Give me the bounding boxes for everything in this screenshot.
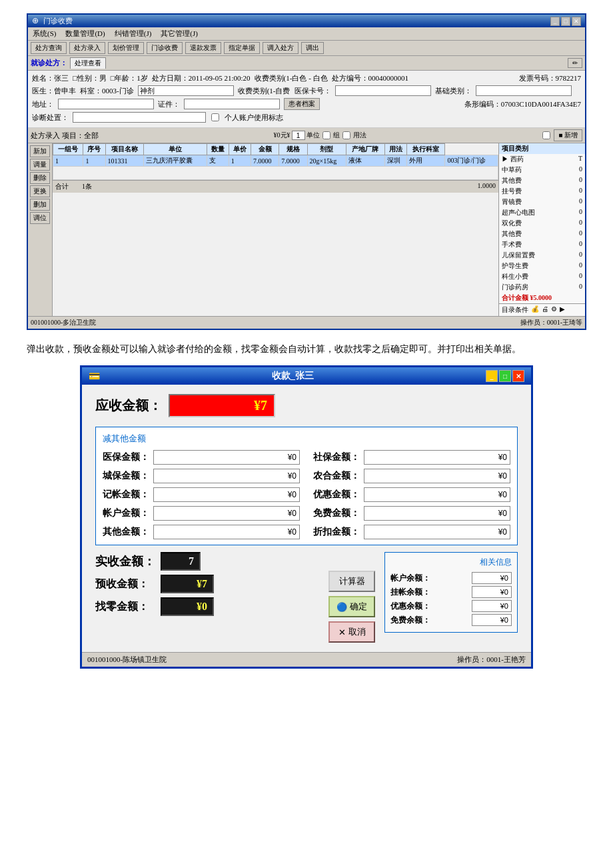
prepay-label: 预收金额： (95, 577, 155, 591)
patient-profile-btn[interactable]: 患者档案 (284, 98, 320, 110)
cert-input[interactable] (184, 99, 280, 109)
youhui-input[interactable] (364, 487, 510, 502)
col-amount: 金额 (251, 144, 279, 155)
cell-group: 1 (53, 155, 83, 167)
val-sci: 0 (579, 272, 582, 281)
cell-name: 三九庆消平胶囊 (144, 155, 207, 167)
mianfei-input[interactable] (364, 506, 510, 521)
group-checkbox[interactable] (322, 131, 330, 139)
rx-number-input[interactable] (292, 131, 305, 140)
receivable-label: 应收金额： (95, 397, 162, 415)
more-icon[interactable]: ▶ (560, 305, 565, 315)
cat-echo: 超声心电图 (502, 208, 535, 217)
cancel-btn[interactable]: ✕ 取消 (328, 621, 375, 643)
menu-system[interactable]: 系统(S) (31, 28, 58, 39)
total-count: 1条 (82, 182, 92, 191)
process-no-label: 处方编号：00040000001 (332, 73, 409, 83)
print-icon[interactable]: 🖨 (542, 305, 548, 315)
menu-bar: 系统(S) 数量管理(D) 纠错管理(J) 其它管理(J) (28, 27, 585, 41)
val-stomach: 0 (579, 197, 582, 207)
specify-doc-btn[interactable]: 指定单据 (224, 42, 260, 54)
address-label: 地址： (32, 99, 54, 109)
table-footer: 合计 1条 1.0000 (53, 180, 498, 193)
cell-spec: 20g×15kg (307, 155, 346, 167)
new-btn-checkbox[interactable] (542, 131, 550, 139)
calculator-btn[interactable]: 计算器 (328, 571, 375, 592)
cat-western: ▶ 西药 (502, 155, 524, 164)
export-btn[interactable]: 调出 (301, 42, 324, 54)
pay-icon[interactable]: 💰 (531, 305, 539, 315)
zhanghu-input[interactable] (153, 506, 300, 521)
charge-method-input[interactable] (138, 85, 234, 96)
table-row[interactable]: 1 1 101331 三九庆消平胶囊 支 1 7.0000 7.0000 20g… (53, 155, 498, 167)
settings-icon[interactable]: ⚙ (551, 305, 557, 315)
pay-minimize-btn[interactable]: _ (486, 370, 498, 382)
title-controls: _ □ ✕ (550, 17, 581, 26)
usage-checkbox[interactable] (342, 131, 350, 139)
top-title-text: ⊕ 门诊收费 (32, 16, 73, 26)
free-balance-input[interactable] (472, 614, 512, 626)
prescription-table: 一组号 序号 项目名称 单位 数量 单价 金额 规格 剂型 产地厂牌 用法 执行… (53, 143, 498, 180)
yibao-row: 医保金额： (103, 450, 300, 465)
shebao-input[interactable] (364, 450, 510, 465)
minimize-btn[interactable]: _ (550, 17, 560, 26)
yibao-input[interactable] (153, 450, 300, 465)
reduce-grid: 医保金额： 社保金额： 城保金额： 农合金额： 记帐 (103, 450, 510, 539)
add-row-btn[interactable]: 新加 (30, 145, 50, 157)
confirm-btn[interactable]: 🔵 确定 (328, 596, 375, 617)
cell-price: 7.0000 (251, 155, 279, 167)
chengbao-row: 城保金额： (103, 469, 300, 483)
account-balance-input[interactable] (472, 572, 512, 584)
personal-account-checkbox[interactable] (211, 113, 219, 121)
maximize-btn[interactable]: □ (561, 17, 570, 26)
replace-btn[interactable]: 更换 (30, 185, 50, 197)
credit-balance-input[interactable] (472, 586, 512, 598)
import-prescription-btn[interactable]: 调入处方 (263, 42, 299, 54)
adjust-qty-btn[interactable]: 调量 (30, 159, 50, 171)
edit-btn[interactable]: ✏ (568, 58, 582, 68)
rx-input-label: 处方录入 (31, 131, 60, 141)
zhekou-input[interactable] (364, 525, 510, 539)
pay-close-btn[interactable]: ✕ (512, 370, 524, 382)
tab-process-view[interactable]: 处理查看 (70, 57, 106, 69)
summary-row-surgery: 手术费0 (499, 239, 585, 250)
val-double: 0 (579, 219, 582, 228)
delete-add-btn[interactable]: 删加 (30, 199, 50, 211)
summary-row-other1: 其他费0 (499, 175, 585, 186)
actual-value[interactable]: 7 (161, 552, 201, 571)
close-btn[interactable]: ✕ (572, 17, 581, 26)
prescription-entry-btn[interactable]: 处方录入 (69, 42, 105, 54)
pay-maximize-btn[interactable]: □ (499, 370, 511, 382)
jizhang-input[interactable] (153, 487, 300, 502)
special-input[interactable] (476, 85, 572, 96)
qita-input[interactable] (153, 525, 300, 539)
prepay-value[interactable]: ¥7 (161, 575, 214, 593)
adjust-pos-btn[interactable]: 调位 (30, 212, 50, 224)
discount-balance-input[interactable] (472, 600, 512, 612)
chengbao-input[interactable] (153, 469, 300, 483)
chengbao-label: 城保金额： (103, 470, 149, 482)
prescription-query-btn[interactable]: 处方查询 (31, 42, 67, 54)
menu-correction[interactable]: 纠错管理(J) (113, 28, 154, 39)
outpatient-fee-btn[interactable]: 门诊收费 (147, 42, 183, 54)
nonghe-input[interactable] (364, 469, 510, 483)
account-balance-label: 帐户余额： (390, 573, 430, 584)
doctor-label: 医生：曾申丰 (32, 86, 76, 96)
change-row: 找零金额： ¥0 (95, 597, 319, 616)
cat-child: 儿保留置费 (502, 251, 535, 260)
credit-balance-label: 挂帐余额： (390, 587, 430, 598)
menu-quantity[interactable]: 数量管理(D) (63, 28, 107, 39)
delete-row-btn[interactable]: 删除 (30, 172, 50, 184)
pricing-btn[interactable]: 划价管理 (108, 42, 144, 54)
new-add-toolbar-btn[interactable]: ■ 新增 (554, 129, 582, 141)
address-input[interactable] (58, 99, 154, 109)
cell-amount: 7.0000 (279, 155, 307, 167)
refund-btn[interactable]: 退款发票 (185, 42, 221, 54)
actual-label: 实收金额： (95, 553, 155, 569)
diagnosis-input[interactable] (73, 112, 206, 123)
pay-window-icon: 💳 (89, 371, 100, 382)
insurance-card-input[interactable] (335, 85, 431, 96)
menu-other[interactable]: 其它管理(J) (159, 28, 200, 39)
function-key-row: 处方录入 项目：全部 ¥0元¥ 单位 组 用法 ■ 新增 (28, 128, 585, 143)
total-label: 合计 (55, 182, 69, 191)
